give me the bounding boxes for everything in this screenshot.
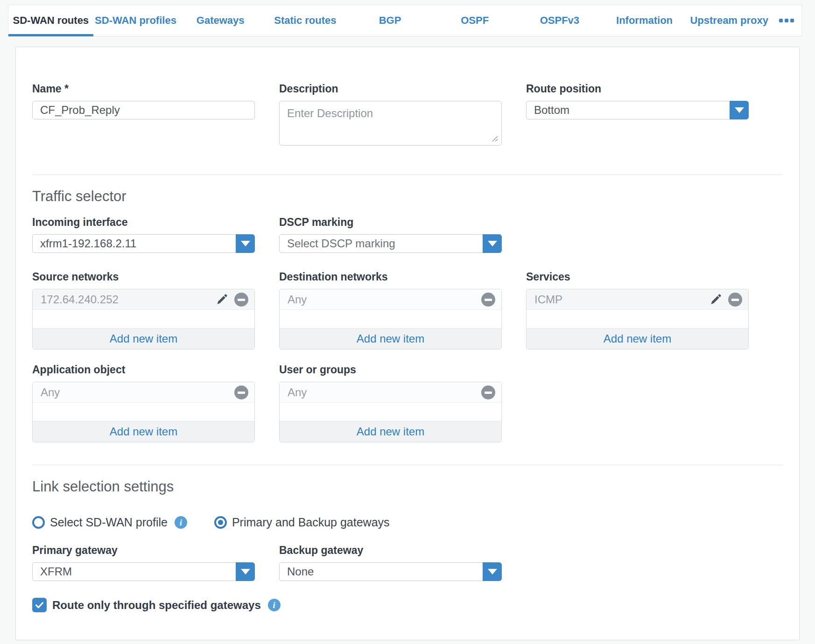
tab-upstream-proxy[interactable]: Upstream proxy [687,5,772,36]
listbox-empty-space [280,310,501,328]
list-item: Any [280,289,501,310]
general-settings-row: Name * Description Route position Bottom [32,83,783,146]
info-icon[interactable]: i [175,516,187,529]
incoming-interface-field-group: Incoming interface xfrm1-192.168.2.11 [32,216,255,253]
name-label: Name * [32,83,255,95]
backup-gateway-value: None [279,562,502,581]
chevron-down-icon[interactable] [236,234,255,253]
route-position-field-group: Route position Bottom [526,83,749,146]
dscp-marking-field-group: DSCP marking Select DSCP marking [279,216,502,253]
chevron-down-icon[interactable] [236,562,255,581]
tab-bar: SD-WAN routes SD-WAN profiles Gateways S… [8,5,802,36]
tab-label: Upstream proxy [690,14,768,27]
add-new-item-button[interactable]: Add new item [280,421,501,442]
sd-wan-route-form-card: Name * Description Route position Bottom… [15,47,800,640]
dscp-marking-label: DSCP marking [279,216,502,229]
tab-label: SD-WAN routes [13,14,89,27]
radio-select-sd-wan-profile[interactable]: Select SD-WAN profile i [32,516,187,529]
edit-icon[interactable] [709,293,722,306]
tab-label: OSPF [461,14,489,27]
list-item: ICMP [527,289,748,310]
radio-primary-backup-gateways[interactable]: Primary and Backup gateways [214,516,390,529]
tab-gateways[interactable]: Gateways [178,5,263,36]
application-object-label: Application object [32,364,255,376]
info-icon[interactable]: i [268,599,281,611]
services-label: Services [526,271,749,283]
services-group: Services ICMP Add new item [526,271,749,350]
backup-gateway-select[interactable]: None [279,562,502,581]
source-networks-label: Source networks [32,271,255,283]
route-only-label: Route only through specified gateways [52,599,261,612]
chevron-down-icon[interactable] [483,234,502,253]
tab-sd-wan-routes[interactable]: SD-WAN routes [8,5,93,36]
tab-sd-wan-profiles[interactable]: SD-WAN profiles [93,5,178,36]
list-item: Any [33,382,254,403]
tab-information[interactable]: Information [602,5,687,36]
traffic-selector-selects-row: Incoming interface xfrm1-192.168.2.11 DS… [32,216,783,253]
route-position-value: Bottom [526,101,749,119]
edit-icon[interactable] [215,293,228,306]
description-label: Description [279,83,502,95]
tab-bgp[interactable]: BGP [348,5,433,36]
remove-icon[interactable] [234,385,248,399]
list-item: Any [280,382,501,403]
application-object-group: Application object Any Add new item [32,364,255,442]
radio-label: Select SD-WAN profile [50,516,168,529]
tab-ospf[interactable]: OSPF [432,5,517,36]
tab-more[interactable] [772,5,801,36]
name-input[interactable] [32,101,255,119]
list-item-text: Any [41,386,234,399]
destination-networks-label: Destination networks [279,271,502,283]
incoming-interface-value: xfrm1-192.168.2.11 [32,234,255,253]
dscp-marking-select[interactable]: Select DSCP marking [279,234,502,253]
remove-icon[interactable] [481,293,495,307]
tab-label: SD-WAN profiles [95,14,176,27]
backup-gateway-label: Backup gateway [279,544,502,557]
tab-static-routes[interactable]: Static routes [263,5,348,36]
primary-gateway-select[interactable]: XFRM [32,562,255,581]
backup-gateway-field-group: Backup gateway None [279,544,502,581]
checkmark-icon [35,600,44,610]
route-position-label: Route position [526,83,749,95]
remove-icon[interactable] [481,385,495,399]
add-new-item-button[interactable]: Add new item [527,328,748,349]
list-item-text: Any [288,293,481,306]
source-networks-group: Source networks 172.64.240.252 Add new i… [32,271,255,350]
listbox-empty-space [280,403,501,421]
tab-ospfv3[interactable]: OSPFv3 [517,5,602,36]
gateways-row: Primary gateway XFRM Backup gateway None [32,544,783,581]
ellipsis-icon [779,19,794,22]
dscp-marking-value: Select DSCP marking [279,234,502,253]
source-networks-box: 172.64.240.252 Add new item [32,289,255,350]
add-new-item-button[interactable]: Add new item [280,328,501,349]
tab-label: Static routes [274,14,336,27]
incoming-interface-label: Incoming interface [32,216,255,229]
tab-label: OSPFv3 [540,14,579,27]
chevron-down-icon[interactable] [730,101,749,119]
list-item-text: 172.64.240.252 [41,293,215,306]
link-selection-heading: Link selection settings [32,478,783,495]
add-new-item-button[interactable]: Add new item [33,328,254,349]
section-divider [32,175,783,175]
services-box: ICMP Add new item [526,289,749,350]
remove-icon[interactable] [234,293,248,307]
user-or-groups-group: User or groups Any Add new item [279,364,502,442]
route-position-select[interactable]: Bottom [526,101,749,119]
route-only-row: Route only through specified gateways i [32,598,783,612]
radio-unchecked-icon [32,516,45,529]
chevron-down-icon[interactable] [483,562,502,581]
primary-gateway-value: XFRM [32,562,255,581]
list-item-text: Any [288,386,481,399]
add-new-item-button[interactable]: Add new item [33,421,254,442]
network-boxes-row: Source networks 172.64.240.252 Add new i… [32,271,783,350]
traffic-selector-heading: Traffic selector [32,188,783,205]
listbox-empty-space [527,310,748,328]
list-item: 172.64.240.252 [33,289,254,310]
remove-icon[interactable] [728,293,742,307]
radio-checked-icon [214,516,227,529]
section-divider [32,465,783,465]
route-only-checkbox[interactable] [32,598,47,612]
description-textarea[interactable] [279,101,502,146]
tab-label: BGP [379,14,401,27]
incoming-interface-select[interactable]: xfrm1-192.168.2.11 [32,234,255,253]
